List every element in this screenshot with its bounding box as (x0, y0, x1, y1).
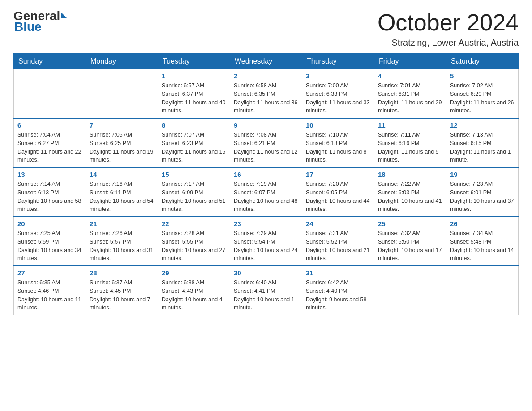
calendar-cell: 4Sunrise: 7:01 AMSunset: 6:31 PMDaylight… (374, 69, 446, 119)
weekday-header-thursday: Thursday (302, 54, 374, 69)
calendar-cell: 28Sunrise: 6:37 AMSunset: 4:45 PMDayligh… (86, 266, 158, 315)
calendar-cell: 11Sunrise: 7:11 AMSunset: 6:16 PMDayligh… (374, 118, 446, 167)
day-number: 25 (378, 220, 442, 227)
day-number: 21 (90, 220, 154, 227)
day-info: Sunrise: 6:57 AMSunset: 6:37 PMDaylight:… (162, 81, 226, 115)
calendar-cell: 6Sunrise: 7:04 AMSunset: 6:27 PMDaylight… (14, 118, 86, 167)
calendar-cell: 22Sunrise: 7:28 AMSunset: 5:55 PMDayligh… (158, 217, 230, 266)
day-info: Sunrise: 7:31 AMSunset: 5:52 PMDaylight:… (306, 229, 370, 263)
calendar-cell: 8Sunrise: 7:07 AMSunset: 6:23 PMDaylight… (158, 118, 230, 167)
page-header: General Blue October 2024 Stratzing, Low… (13, 9, 519, 48)
day-number: 2 (234, 72, 298, 80)
day-info: Sunrise: 7:16 AMSunset: 6:11 PMDaylight:… (90, 180, 154, 214)
day-info: Sunrise: 7:01 AMSunset: 6:31 PMDaylight:… (378, 81, 442, 115)
logo: General Blue (13, 9, 67, 34)
calendar-cell: 12Sunrise: 7:13 AMSunset: 6:15 PMDayligh… (446, 118, 519, 167)
calendar-cell: 3Sunrise: 7:00 AMSunset: 6:33 PMDaylight… (302, 69, 374, 119)
location: Stratzing, Lower Austria, Austria (378, 38, 519, 48)
day-number: 5 (450, 72, 515, 80)
day-info: Sunrise: 7:17 AMSunset: 6:09 PMDaylight:… (162, 180, 226, 214)
day-info: Sunrise: 7:22 AMSunset: 6:03 PMDaylight:… (378, 180, 442, 214)
calendar-cell: 15Sunrise: 7:17 AMSunset: 6:09 PMDayligh… (158, 167, 230, 217)
day-number: 12 (450, 121, 515, 129)
day-number: 8 (162, 121, 226, 129)
calendar-cell: 14Sunrise: 7:16 AMSunset: 6:11 PMDayligh… (86, 167, 158, 217)
calendar-cell: 7Sunrise: 7:05 AMSunset: 6:25 PMDaylight… (86, 118, 158, 167)
day-info: Sunrise: 6:40 AMSunset: 4:41 PMDaylight:… (234, 278, 298, 312)
day-info: Sunrise: 7:14 AMSunset: 6:13 PMDaylight:… (17, 180, 82, 214)
logo-blue-text: Blue (14, 20, 42, 34)
calendar-cell: 20Sunrise: 7:25 AMSunset: 5:59 PMDayligh… (14, 217, 86, 266)
day-number: 3 (306, 72, 370, 80)
calendar-cell: 18Sunrise: 7:22 AMSunset: 6:03 PMDayligh… (374, 167, 446, 217)
logo-arrow-icon (61, 12, 67, 18)
day-number: 10 (306, 121, 370, 129)
month-title: October 2024 (378, 9, 519, 36)
calendar-cell (86, 69, 158, 119)
day-number: 19 (450, 171, 515, 178)
weekday-header-saturday: Saturday (446, 54, 519, 69)
day-info: Sunrise: 7:05 AMSunset: 6:25 PMDaylight:… (90, 131, 154, 164)
day-info: Sunrise: 7:23 AMSunset: 6:01 PMDaylight:… (450, 180, 515, 214)
day-number: 17 (306, 171, 370, 178)
calendar-cell: 17Sunrise: 7:20 AMSunset: 6:05 PMDayligh… (302, 167, 374, 217)
calendar-week-1: 1Sunrise: 6:57 AMSunset: 6:37 PMDaylight… (14, 69, 519, 119)
day-info: Sunrise: 7:19 AMSunset: 6:07 PMDaylight:… (234, 180, 298, 214)
calendar-cell (14, 69, 86, 119)
calendar-cell: 2Sunrise: 6:58 AMSunset: 6:35 PMDaylight… (230, 69, 302, 119)
day-number: 13 (17, 171, 82, 178)
calendar-week-5: 27Sunrise: 6:35 AMSunset: 4:46 PMDayligh… (14, 266, 519, 315)
day-info: Sunrise: 6:35 AMSunset: 4:46 PMDaylight:… (17, 278, 82, 312)
day-number: 18 (378, 171, 442, 178)
calendar-cell: 19Sunrise: 7:23 AMSunset: 6:01 PMDayligh… (446, 167, 519, 217)
calendar-cell: 31Sunrise: 6:42 AMSunset: 4:40 PMDayligh… (302, 266, 374, 315)
calendar-cell: 30Sunrise: 6:40 AMSunset: 4:41 PMDayligh… (230, 266, 302, 315)
day-number: 16 (234, 171, 298, 178)
calendar-cell: 23Sunrise: 7:29 AMSunset: 5:54 PMDayligh… (230, 217, 302, 266)
calendar-cell: 29Sunrise: 6:38 AMSunset: 4:43 PMDayligh… (158, 266, 230, 315)
day-number: 20 (17, 220, 82, 227)
day-number: 28 (90, 269, 154, 277)
day-number: 29 (162, 269, 226, 277)
calendar-cell: 9Sunrise: 7:08 AMSunset: 6:21 PMDaylight… (230, 118, 302, 167)
calendar-cell: 25Sunrise: 7:32 AMSunset: 5:50 PMDayligh… (374, 217, 446, 266)
weekday-header-wednesday: Wednesday (230, 54, 302, 69)
day-number: 22 (162, 220, 226, 227)
day-number: 27 (17, 269, 82, 277)
calendar-cell: 27Sunrise: 6:35 AMSunset: 4:46 PMDayligh… (14, 266, 86, 315)
weekday-header-monday: Monday (86, 54, 158, 69)
day-info: Sunrise: 7:34 AMSunset: 5:48 PMDaylight:… (450, 229, 515, 263)
calendar-week-4: 20Sunrise: 7:25 AMSunset: 5:59 PMDayligh… (14, 217, 519, 266)
calendar-cell: 1Sunrise: 6:57 AMSunset: 6:37 PMDaylight… (158, 69, 230, 119)
day-info: Sunrise: 7:32 AMSunset: 5:50 PMDaylight:… (378, 229, 442, 263)
day-number: 26 (450, 220, 515, 227)
day-number: 6 (17, 121, 82, 129)
day-info: Sunrise: 7:20 AMSunset: 6:05 PMDaylight:… (306, 180, 370, 214)
day-info: Sunrise: 7:11 AMSunset: 6:16 PMDaylight:… (378, 131, 442, 164)
day-number: 14 (90, 171, 154, 178)
day-info: Sunrise: 7:00 AMSunset: 6:33 PMDaylight:… (306, 81, 370, 115)
day-info: Sunrise: 7:08 AMSunset: 6:21 PMDaylight:… (234, 131, 298, 164)
calendar-cell (446, 266, 519, 315)
day-number: 24 (306, 220, 370, 227)
weekday-header-sunday: Sunday (14, 54, 86, 69)
day-info: Sunrise: 6:37 AMSunset: 4:45 PMDaylight:… (90, 278, 154, 312)
day-number: 15 (162, 171, 226, 178)
calendar-cell: 24Sunrise: 7:31 AMSunset: 5:52 PMDayligh… (302, 217, 374, 266)
day-info: Sunrise: 7:02 AMSunset: 6:29 PMDaylight:… (450, 81, 515, 115)
title-block: October 2024 Stratzing, Lower Austria, A… (378, 9, 519, 48)
day-info: Sunrise: 7:28 AMSunset: 5:55 PMDaylight:… (162, 229, 226, 263)
calendar-cell: 10Sunrise: 7:10 AMSunset: 6:18 PMDayligh… (302, 118, 374, 167)
day-number: 30 (234, 269, 298, 277)
calendar-week-3: 13Sunrise: 7:14 AMSunset: 6:13 PMDayligh… (14, 167, 519, 217)
calendar-week-2: 6Sunrise: 7:04 AMSunset: 6:27 PMDaylight… (14, 118, 519, 167)
calendar-table: SundayMondayTuesdayWednesdayThursdayFrid… (13, 53, 519, 315)
calendar-cell: 26Sunrise: 7:34 AMSunset: 5:48 PMDayligh… (446, 217, 519, 266)
day-info: Sunrise: 7:13 AMSunset: 6:15 PMDaylight:… (450, 131, 515, 164)
calendar-cell: 13Sunrise: 7:14 AMSunset: 6:13 PMDayligh… (14, 167, 86, 217)
calendar-cell: 21Sunrise: 7:26 AMSunset: 5:57 PMDayligh… (86, 217, 158, 266)
day-info: Sunrise: 7:04 AMSunset: 6:27 PMDaylight:… (17, 131, 82, 164)
calendar-cell: 5Sunrise: 7:02 AMSunset: 6:29 PMDaylight… (446, 69, 519, 119)
day-number: 23 (234, 220, 298, 227)
day-number: 1 (162, 72, 226, 80)
